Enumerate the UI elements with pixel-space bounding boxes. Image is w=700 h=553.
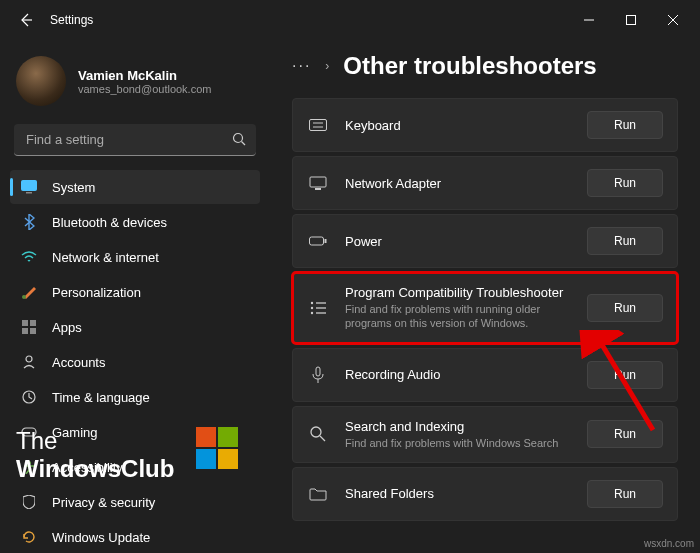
window-title: Settings [50, 13, 93, 27]
sidebar-item-label: Time & language [52, 390, 150, 405]
sidebar-item-personalization[interactable]: Personalization [10, 275, 260, 309]
folder-icon [307, 487, 329, 501]
svg-rect-15 [22, 428, 36, 436]
svg-rect-12 [30, 328, 36, 334]
sidebar: Vamien McKalin vames_bond@outlook.com Sy… [0, 40, 270, 553]
sidebar-item-label: Accessibility [52, 460, 123, 475]
svg-line-33 [320, 436, 325, 441]
troubleshooter-row-shared: Shared Folders Run [292, 467, 678, 521]
sidebar-item-label: Privacy & security [52, 495, 155, 510]
troubleshooter-row-compat: Program Compatibility Troubleshooter Fin… [292, 272, 678, 344]
titlebar: Settings [0, 0, 700, 40]
svg-point-4 [234, 134, 243, 143]
sidebar-item-network[interactable]: Network & internet [10, 240, 260, 274]
search-input[interactable] [14, 124, 256, 156]
user-name: Vamien McKalin [78, 68, 211, 83]
sidebar-item-privacy[interactable]: Privacy & security [10, 485, 260, 519]
svg-rect-23 [325, 239, 327, 243]
sidebar-item-apps[interactable]: Apps [10, 310, 260, 344]
person-icon [20, 355, 38, 369]
svg-rect-9 [22, 320, 28, 326]
sidebar-item-time[interactable]: Time & language [10, 380, 260, 414]
sidebar-item-gaming[interactable]: Gaming [10, 415, 260, 449]
svg-rect-10 [30, 320, 36, 326]
shield-icon [20, 495, 38, 509]
card-title: Keyboard [345, 118, 571, 133]
game-icon [20, 426, 38, 438]
card-title: Search and Indexing [345, 419, 571, 434]
svg-rect-6 [22, 181, 37, 191]
clock-icon [20, 390, 38, 404]
sidebar-item-label: System [52, 180, 95, 195]
run-button[interactable]: Run [587, 480, 663, 508]
svg-rect-21 [315, 188, 321, 190]
run-button[interactable]: Run [587, 294, 663, 322]
card-title: Program Compatibility Troubleshooter [345, 285, 571, 300]
svg-line-5 [242, 142, 246, 146]
svg-point-16 [27, 461, 31, 465]
system-icon [20, 180, 38, 194]
troubleshooter-row-recording: Recording Audio Run [292, 348, 678, 402]
sidebar-item-label: Network & internet [52, 250, 159, 265]
svg-point-28 [311, 312, 313, 314]
svg-rect-1 [627, 16, 636, 25]
sidebar-item-label: Apps [52, 320, 82, 335]
sidebar-item-label: Personalization [52, 285, 141, 300]
troubleshooter-row-power: Power Run [292, 214, 678, 268]
avatar [16, 56, 66, 106]
sidebar-item-label: Windows Update [52, 530, 150, 545]
svg-rect-17 [310, 120, 327, 131]
accessibility-icon [20, 460, 38, 474]
maximize-button[interactable] [610, 5, 652, 35]
svg-rect-11 [22, 328, 28, 334]
content-area: ··· › Other troubleshooters Keyboard Run… [270, 40, 700, 553]
page-title: Other troubleshooters [343, 52, 596, 80]
sidebar-item-accessibility[interactable]: Accessibility [10, 450, 260, 484]
close-button[interactable] [652, 5, 694, 35]
power-icon [307, 235, 329, 247]
sidebar-item-accounts[interactable]: Accounts [10, 345, 260, 379]
run-button[interactable]: Run [587, 111, 663, 139]
sidebar-item-system[interactable]: System [10, 170, 260, 204]
search-icon [232, 132, 246, 146]
card-description: Find and fix problems with running older… [345, 302, 571, 331]
svg-rect-30 [316, 367, 320, 376]
troubleshooter-row-search: Search and Indexing Find and fix problem… [292, 406, 678, 463]
mic-icon [307, 366, 329, 384]
back-button[interactable] [16, 10, 36, 30]
svg-point-8 [22, 295, 26, 299]
svg-point-24 [311, 302, 313, 304]
sidebar-item-bluetooth[interactable]: Bluetooth & devices [10, 205, 260, 239]
sidebar-item-label: Bluetooth & devices [52, 215, 167, 230]
troubleshooter-row-network: Network Adapter Run [292, 156, 678, 210]
svg-point-26 [311, 307, 313, 309]
run-button[interactable]: Run [587, 169, 663, 197]
sidebar-item-label: Gaming [52, 425, 98, 440]
keyboard-icon [307, 119, 329, 131]
svg-rect-20 [310, 177, 326, 187]
update-icon [20, 530, 38, 544]
card-title: Network Adapter [345, 176, 571, 191]
search-index-icon [307, 426, 329, 442]
network-adapter-icon [307, 176, 329, 190]
sidebar-item-update[interactable]: Windows Update [10, 520, 260, 553]
wifi-icon [20, 251, 38, 263]
troubleshooter-row-keyboard: Keyboard Run [292, 98, 678, 152]
user-email: vames_bond@outlook.com [78, 83, 211, 95]
run-button[interactable]: Run [587, 420, 663, 448]
run-button[interactable]: Run [587, 227, 663, 255]
card-title: Recording Audio [345, 367, 571, 382]
user-profile[interactable]: Vamien McKalin vames_bond@outlook.com [10, 48, 260, 124]
bluetooth-icon [20, 214, 38, 230]
svg-rect-7 [26, 192, 32, 194]
card-description: Find and fix problems with Windows Searc… [345, 436, 571, 450]
minimize-button[interactable] [568, 5, 610, 35]
chevron-right-icon: › [325, 59, 329, 73]
list-icon [307, 300, 329, 316]
breadcrumb-more-icon[interactable]: ··· [292, 57, 311, 75]
brush-icon [20, 284, 38, 300]
breadcrumb: ··· › Other troubleshooters [292, 52, 678, 80]
svg-point-13 [26, 356, 32, 362]
run-button[interactable]: Run [587, 361, 663, 389]
apps-icon [20, 320, 38, 334]
